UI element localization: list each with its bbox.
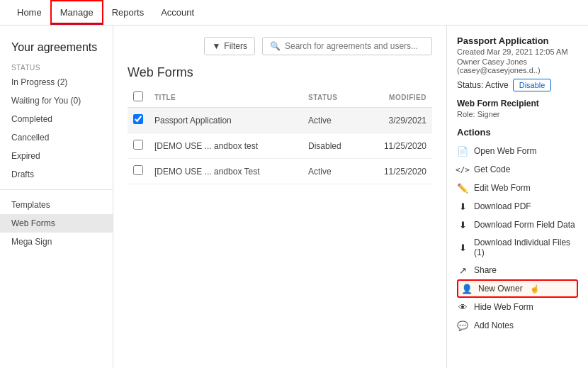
- get-code-icon: </>: [457, 164, 468, 175]
- download-individual-files-icon: ⬇: [457, 242, 468, 253]
- content-header: ▼ Filters 🔍: [128, 37, 432, 55]
- sidebar-item-drafts[interactable]: Drafts: [0, 165, 113, 184]
- table-row: Passport Application Active 3/29/2021: [128, 108, 432, 133]
- sidebar-item-expired[interactable]: Expired: [0, 147, 113, 165]
- share-icon: ↗: [457, 264, 468, 276]
- get-code-label: Get Code: [474, 165, 510, 174]
- edit-web-form-label: Edit Web Form: [474, 183, 531, 193]
- nav-item-home[interactable]: Home: [9, 0, 50, 25]
- col-modified: MODIFIED: [361, 87, 432, 108]
- sidebar-divider: [0, 189, 113, 190]
- search-box: 🔍: [262, 37, 432, 55]
- action-download-pdf[interactable]: ⬇ Download PDF: [457, 197, 578, 216]
- hide-web-form-icon: 👁: [457, 301, 468, 313]
- action-download-form-field-data[interactable]: ⬇ Download Form Field Data: [457, 216, 578, 234]
- share-label: Share: [474, 265, 497, 275]
- panel-created: Created Mar 29, 2021 12:05 AM: [457, 48, 578, 56]
- sidebar-item-web-forms[interactable]: Web Forms: [0, 214, 113, 233]
- action-add-notes[interactable]: 💬 Add Notes: [457, 316, 578, 335]
- top-nav: Home Manage Reports Account: [0, 0, 588, 26]
- col-status: STATUS: [303, 87, 361, 108]
- new-owner-label: New Owner: [478, 284, 523, 294]
- col-checkbox: [128, 87, 149, 108]
- row3-title[interactable]: [DEMO USE ... andbox Test: [149, 159, 303, 184]
- status-section-label: STATUS: [0, 60, 113, 73]
- right-panel: Passport Application Created Mar 29, 202…: [446, 26, 588, 368]
- sidebar-item-mega-sign[interactable]: Mega Sign: [0, 233, 113, 251]
- agreements-table: TITLE STATUS MODIFIED Passport Applicati…: [128, 87, 432, 184]
- panel-agreement-title: Passport Application: [457, 35, 578, 46]
- action-edit-web-form[interactable]: ✏️ Edit Web Form: [457, 179, 578, 197]
- web-form-role: Role: Signer: [457, 110, 578, 118]
- action-new-owner[interactable]: 👤 New Owner ☝: [457, 279, 578, 298]
- sidebar-item-in-progress[interactable]: In Progress (2): [0, 73, 113, 91]
- edit-web-form-icon: ✏️: [457, 182, 468, 194]
- select-all-checkbox[interactable]: [133, 91, 143, 101]
- table-row: [DEMO USE ... andbox test Disabled 11/25…: [128, 133, 432, 159]
- row3-status: Active: [303, 159, 361, 184]
- row2-title[interactable]: [DEMO USE ... andbox test: [149, 133, 303, 159]
- row1-checkbox-cell: [128, 108, 149, 133]
- row1-modified: 3/29/2021: [361, 108, 432, 133]
- sidebar-item-cancelled[interactable]: Cancelled: [0, 128, 113, 147]
- row3-checkbox[interactable]: [133, 165, 143, 175]
- download-pdf-label: Download PDF: [474, 201, 531, 211]
- hide-web-form-label: Hide Web Form: [474, 302, 533, 312]
- panel-status-row: Status: Active Disable: [457, 79, 578, 91]
- sidebar-item-templates[interactable]: Templates: [0, 196, 113, 214]
- action-get-code[interactable]: </> Get Code: [457, 160, 578, 179]
- page-title: Your agreements: [0, 34, 113, 60]
- action-hide-web-form[interactable]: 👁 Hide Web Form: [457, 298, 578, 316]
- add-notes-label: Add Notes: [474, 320, 514, 330]
- web-forms-title: Web Forms: [128, 65, 432, 80]
- web-form-recipient-title: Web Form Recipient: [457, 99, 578, 108]
- add-notes-icon: 💬: [457, 320, 468, 331]
- action-open-web-form[interactable]: 📄 Open Web Form: [457, 142, 578, 160]
- row3-modified: 11/25/2020: [361, 159, 432, 184]
- filter-label: Filters: [224, 41, 247, 51]
- cursor-hand-icon: ☝: [530, 284, 540, 294]
- row2-checkbox-cell: [128, 133, 149, 159]
- action-share[interactable]: ↗ Share: [457, 261, 578, 279]
- download-individual-files-label: Download Individual Files (1): [474, 238, 578, 257]
- row2-checkbox[interactable]: [133, 140, 143, 150]
- search-input[interactable]: [285, 41, 424, 51]
- filter-button[interactable]: ▼ Filters: [204, 37, 255, 55]
- nav-item-account[interactable]: Account: [152, 0, 203, 25]
- col-title: TITLE: [149, 87, 303, 108]
- row1-checkbox[interactable]: [133, 114, 143, 124]
- new-owner-icon: 👤: [461, 283, 473, 294]
- panel-owner: Owner Casey Jones (casey@caseyjones.d..): [457, 57, 578, 74]
- table-row: [DEMO USE ... andbox Test Active 11/25/2…: [128, 159, 432, 184]
- action-download-individual-files[interactable]: ⬇ Download Individual Files (1): [457, 234, 578, 261]
- actions-title: Actions: [457, 127, 578, 138]
- open-web-form-label: Open Web Form: [474, 146, 536, 156]
- sidebar-item-waiting[interactable]: Waiting for You (0): [0, 91, 113, 110]
- row1-title[interactable]: Passport Application: [149, 108, 303, 133]
- download-form-field-data-label: Download Form Field Data: [474, 220, 575, 230]
- row3-checkbox-cell: [128, 159, 149, 184]
- filter-icon: ▼: [212, 41, 220, 51]
- row2-status: Disabled: [303, 133, 361, 159]
- disable-button[interactable]: Disable: [513, 79, 552, 91]
- row1-status: Active: [303, 108, 361, 133]
- nav-item-manage[interactable]: Manage: [50, 0, 103, 25]
- sidebar: Your agreements STATUS In Progress (2) W…: [0, 26, 113, 368]
- download-pdf-icon: ⬇: [457, 201, 468, 212]
- row2-modified: 11/25/2020: [361, 133, 432, 159]
- search-icon: 🔍: [270, 41, 281, 51]
- download-form-field-data-icon: ⬇: [457, 219, 468, 230]
- nav-item-reports[interactable]: Reports: [103, 0, 153, 25]
- web-form-recipient-section: Web Form Recipient Role: Signer: [457, 99, 578, 118]
- header-actions: ▼ Filters 🔍: [204, 37, 432, 55]
- main-content: ▼ Filters 🔍 Web Forms TITLE STATUS: [113, 26, 446, 368]
- open-web-form-icon: 📄: [457, 145, 468, 157]
- sidebar-item-completed[interactable]: Completed: [0, 110, 113, 128]
- panel-status-label: Status: Active: [457, 80, 509, 90]
